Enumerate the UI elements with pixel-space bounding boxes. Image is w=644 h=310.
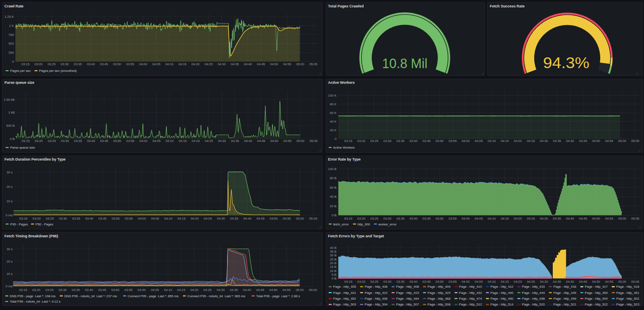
svg-text:04:45: 04:45 (257, 62, 265, 66)
svg-text:10 B: 10 B (330, 269, 336, 273)
svg-text:05:00: 05:00 (296, 288, 304, 292)
svg-text:04:40: 04:40 (244, 139, 252, 143)
svg-text:20 B: 20 B (330, 204, 336, 208)
svg-text:40 K: 40 K (330, 120, 337, 123)
svg-text:03:15: 03:15 (344, 280, 353, 284)
svg-text:Page - http_450: Page - http_450 (585, 291, 608, 295)
svg-text:04:55: 04:55 (283, 139, 291, 143)
svg-text:03:30: 03:30 (61, 62, 69, 66)
svg-text:04:35: 04:35 (230, 288, 238, 292)
svg-text:04:35: 04:35 (230, 217, 238, 220)
svg-text:Active Workers: Active Workers (328, 80, 355, 85)
svg-text:Page - http_405: Page - http_405 (333, 285, 356, 289)
svg-text:04:35: 04:35 (231, 139, 239, 143)
svg-text:04:15: 04:15 (178, 217, 186, 220)
svg-text:05:05: 05:05 (631, 280, 639, 284)
svg-text:04:00: 04:00 (462, 280, 470, 284)
svg-text:250: 250 (8, 51, 14, 54)
svg-text:Total P95 - page Last *: 2.66: Total P95 - page Last *: 2.66 s (256, 294, 300, 298)
svg-text:04:05: 04:05 (152, 139, 161, 143)
svg-text:03:25: 03:25 (370, 217, 379, 220)
svg-text:Page - http_508: Page - http_508 (428, 303, 451, 306)
svg-text:04:25: 04:25 (204, 288, 212, 292)
svg-text:Fetch Duration Percentiles by: Fetch Duration Percentiles by Type (5, 157, 66, 161)
svg-text:Page - http_520: Page - http_520 (522, 303, 545, 306)
svg-text:0 ms: 0 ms (6, 284, 13, 288)
svg-text:04:25: 04:25 (527, 280, 535, 284)
svg-text:Page - http_523: Page - http_523 (616, 303, 639, 306)
svg-text:03:55: 03:55 (126, 62, 134, 66)
svg-text:Pages per sec (smoothed): Pages per sec (smoothed) (39, 69, 77, 73)
svg-text:03:45: 03:45 (422, 280, 431, 284)
svg-text:04:50: 04:50 (270, 139, 279, 143)
svg-text:04:05: 04:05 (475, 139, 483, 143)
svg-text:1 kB: 1 kB (8, 111, 15, 114)
svg-text:80 K: 80 K (330, 102, 337, 106)
svg-text:30 s: 30 s (7, 170, 13, 174)
svg-text:03:40: 03:40 (410, 280, 418, 284)
svg-text:03:30: 03:30 (384, 139, 392, 143)
svg-text:04:00: 04:00 (140, 139, 148, 143)
svg-text:04:50: 04:50 (269, 288, 277, 292)
svg-text:Page - http_408: Page - http_408 (396, 285, 419, 289)
svg-text:Page - http_416: Page - http_416 (553, 285, 576, 289)
svg-text:03:20: 03:20 (34, 62, 43, 66)
svg-text:30 s: 30 s (7, 247, 13, 251)
svg-text:0 B: 0 B (331, 277, 336, 280)
svg-text:04:35: 04:35 (553, 280, 561, 284)
svg-text:04:40: 04:40 (244, 62, 252, 66)
svg-text:Page - http_514: Page - http_514 (490, 303, 514, 306)
svg-text:03:20: 03:20 (35, 139, 43, 143)
svg-text:03:40: 03:40 (410, 139, 418, 143)
svg-text:Page - http_468: Page - http_468 (428, 297, 451, 301)
svg-text:03:25: 03:25 (370, 139, 379, 143)
svg-text:60 B: 60 B (330, 186, 336, 189)
svg-text:03:50: 03:50 (113, 62, 121, 66)
svg-text:03:25: 03:25 (46, 217, 54, 220)
svg-text:04:05: 04:05 (475, 217, 483, 220)
svg-text:05:05: 05:05 (309, 62, 317, 66)
svg-text:03:30: 03:30 (59, 288, 67, 292)
svg-text:03:30: 03:30 (59, 217, 67, 220)
svg-text:03:15: 03:15 (344, 139, 353, 143)
svg-text:04:45: 04:45 (256, 217, 265, 220)
svg-text:10 s: 10 s (7, 272, 13, 276)
svg-text:03:20: 03:20 (32, 288, 40, 292)
svg-text:03:55: 03:55 (124, 288, 133, 292)
svg-text:03:35: 03:35 (396, 280, 405, 284)
svg-text:worker_error: worker_error (378, 222, 397, 226)
svg-text:03:30: 03:30 (61, 139, 69, 143)
svg-text:94.3%: 94.3% (543, 54, 590, 71)
svg-text:DNS P95 - page Last *: 198 ms: DNS P95 - page Last *: 198 ms (10, 294, 56, 298)
svg-text:04:20: 04:20 (514, 217, 522, 220)
svg-text:03:50: 03:50 (436, 139, 444, 143)
svg-text:Page - http_456: Page - http_456 (365, 297, 388, 301)
svg-text:03:55: 03:55 (449, 217, 457, 220)
svg-text:04:20: 04:20 (514, 280, 522, 284)
svg-text:04:55: 04:55 (605, 139, 613, 143)
svg-text:04:15: 04:15 (501, 217, 509, 220)
svg-text:40 B: 40 B (330, 195, 336, 199)
svg-text:03:55: 03:55 (449, 280, 457, 284)
svg-text:04:05: 04:05 (151, 288, 159, 292)
svg-text:04:20: 04:20 (190, 288, 199, 292)
svg-text:04:10: 04:10 (488, 139, 496, 143)
svg-text:04:10: 04:10 (488, 280, 496, 284)
svg-text:03:50: 03:50 (111, 217, 120, 220)
svg-text:04:35: 04:35 (553, 139, 561, 143)
svg-text:20 B: 20 B (330, 261, 336, 265)
svg-text:03:45: 03:45 (98, 288, 107, 292)
svg-text:04:50: 04:50 (592, 139, 600, 143)
svg-text:15 B: 15 B (330, 265, 336, 269)
svg-text:Page - http_445: Page - http_445 (553, 291, 576, 295)
svg-text:04:15: 04:15 (177, 288, 185, 292)
svg-text:03:55: 03:55 (125, 217, 133, 220)
svg-text:03:40: 03:40 (87, 62, 95, 66)
svg-text:03:40: 03:40 (85, 288, 93, 292)
svg-text:04:55: 04:55 (605, 280, 613, 284)
svg-text:03:15: 03:15 (19, 288, 27, 292)
svg-text:04:25: 04:25 (527, 217, 535, 220)
svg-text:04:50: 04:50 (592, 280, 600, 284)
svg-text:04:00: 04:00 (462, 139, 470, 143)
svg-text:04:10: 04:10 (165, 62, 173, 66)
